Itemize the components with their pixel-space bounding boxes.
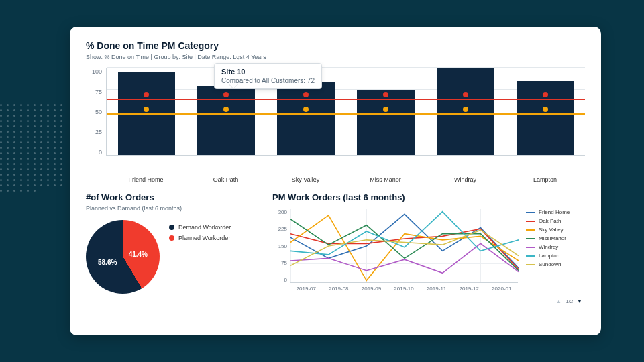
pie-title: #of Work Orders (86, 192, 260, 202)
bar-xlabel: Friend Home (106, 176, 186, 183)
bar-plot-area: Site 10 Compared to All Customers: 72 (106, 68, 585, 156)
tooltip-title: Site 10 (221, 68, 315, 76)
line-plot-area (290, 209, 518, 283)
pager-text: 1/2 (566, 298, 573, 304)
legend-sundown[interactable]: Sundown (526, 261, 570, 267)
pie-label-demand: 58.6% (98, 259, 117, 266)
bar-xlabel: Oak Path (186, 176, 266, 183)
legend-planned: Planned Workorder (169, 235, 231, 241)
pager-next-icon[interactable]: ▼ (577, 298, 582, 304)
tooltip-body: Compared to All Customers: 72 (221, 77, 315, 84)
pie-chart: 58.6% 41.4% (86, 220, 160, 294)
legend-oak-path[interactable]: Oak Path (526, 218, 570, 224)
swatch (526, 238, 535, 239)
legend-label: Windray (539, 244, 558, 250)
line-xlabel: 2019-12 (453, 283, 486, 292)
legend-label: MissiManor (539, 235, 566, 241)
legend-label: Sundown (539, 261, 561, 267)
line-xlabel: 2019-08 (323, 283, 356, 292)
swatch (526, 229, 535, 231)
pie-subtitle: Planned vs Damand (last 6 months) (86, 205, 260, 212)
bar-xlabel: Miss Manor (345, 176, 425, 183)
top-chart-section: % Done on Time PM Category Show: % Done … (86, 40, 585, 183)
swatch-demand (169, 225, 174, 230)
pie-label-planned: 41.4% (129, 251, 148, 258)
bar-x-axis: Friend HomeOak PathSky ValleyMiss ManorW… (106, 176, 585, 183)
line-xlabel: 2019-11 (420, 283, 453, 292)
swatch-planned (169, 235, 174, 241)
pager-prev-icon[interactable]: ▲ (556, 298, 561, 304)
line-title: PM Work Orders (last 6 months) (272, 192, 585, 202)
swatch (526, 247, 535, 248)
swatch (526, 264, 535, 265)
bar-xlabel: Sky Valley (266, 176, 345, 183)
top-chart-subtitle: Show: % Done on Time | Group by: Site | … (86, 54, 585, 60)
legend-label: Oak Path (539, 218, 561, 224)
bar-tooltip: Site 10 Compared to All Customers: 72 (214, 63, 322, 89)
pie-legend: Demand Workorder Planned Workorder (169, 220, 231, 294)
line-section: PM Work Orders (last 6 months) 300225150… (272, 192, 585, 304)
line-xlabel: 2020-01 (485, 283, 518, 292)
legend-friend-home[interactable]: Friend Home (526, 209, 570, 215)
dashboard-card: % Done on Time PM Category Show: % Done … (70, 27, 601, 335)
legend-sky-valley[interactable]: Sky Valley (526, 227, 570, 233)
bar-xlabel: Lampton (505, 176, 585, 183)
bar-chart: 1007550250 Site 10 Compared to All Custo… (86, 68, 585, 172)
line-pager[interactable]: ▲ 1/2 ▼ (556, 298, 582, 304)
legend-planned-label: Planned Workorder (178, 235, 230, 241)
legend-missimanor[interactable]: MissiManor (526, 235, 570, 241)
legend-demand-label: Demand Workorder (178, 224, 231, 231)
legend-label: Lampton (539, 253, 559, 259)
pie-section: #of Work Orders Planned vs Damand (last … (86, 192, 260, 304)
line-x-axis: 2019-072019-082019-092019-102019-112019-… (290, 283, 518, 292)
legend-windray[interactable]: Windray (526, 244, 570, 250)
swatch (526, 221, 535, 222)
line-xlabel: 2019-07 (290, 283, 323, 292)
legend-label: Sky Valley (539, 227, 564, 233)
swatch (526, 255, 535, 257)
top-chart-title: % Done on Time PM Category (86, 40, 585, 51)
line-xlabel: 2019-09 (355, 283, 388, 292)
legend-lampton[interactable]: Lampton (526, 253, 570, 259)
legend-demand: Demand Workorder (169, 224, 231, 231)
bar-y-axis: 1007550250 (86, 68, 106, 156)
line-legend: Friend HomeOak PathSky ValleyMissiManorW… (526, 209, 570, 283)
bar-xlabel: Windray (425, 176, 505, 183)
swatch (526, 212, 535, 213)
line-xlabel: 2019-10 (388, 283, 421, 292)
line-y-axis: 300225150750 (272, 209, 290, 283)
legend-label: Friend Home (539, 209, 570, 215)
